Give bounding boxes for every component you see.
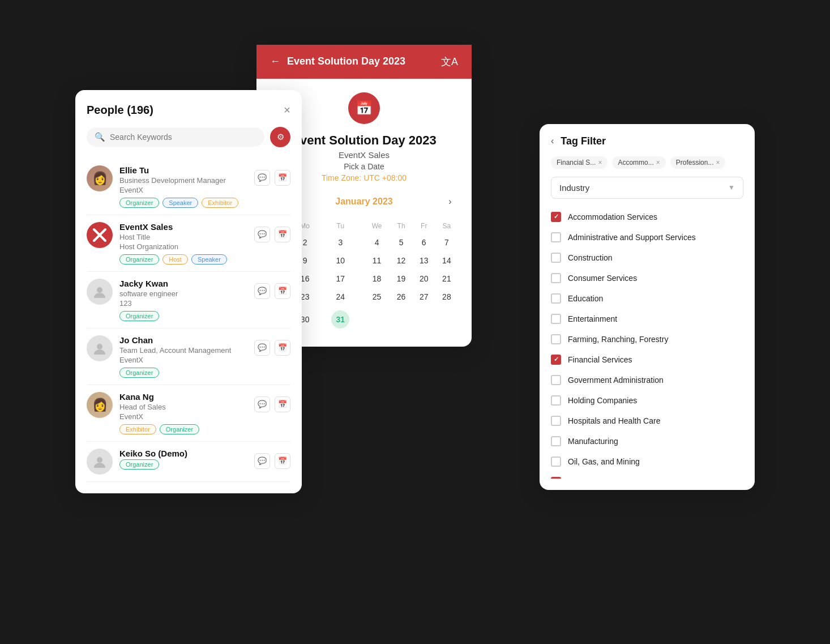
calendar-icon[interactable]: 📅 (275, 283, 290, 299)
tag-filter-back-button[interactable]: ‹ (551, 136, 554, 146)
filter-checkbox[interactable] (551, 355, 561, 365)
filter-checkbox[interactable] (551, 416, 561, 426)
filter-item[interactable]: Holding Companies (551, 390, 743, 411)
person-org: EventX (119, 356, 247, 364)
industry-label: Industry (559, 183, 589, 193)
filter-item[interactable]: Professional Services (551, 472, 743, 479)
filter-checkbox[interactable] (551, 273, 561, 283)
filter-item[interactable]: Construction (551, 248, 743, 268)
list-item[interactable]: Jacky Kwansoftware engineer123Organizer💬… (87, 272, 290, 329)
calendar-day[interactable]: 4 (364, 233, 390, 251)
message-icon[interactable]: 💬 (254, 340, 270, 356)
filter-item[interactable]: Oil, Gas, and Mining (551, 451, 743, 472)
close-button[interactable]: × (284, 104, 290, 116)
filter-item[interactable]: Farming, Ranching, Forestry (551, 329, 743, 349)
person-info: Jacky Kwansoftware engineer123Organizer (119, 279, 247, 321)
language-icon[interactable]: 文A (441, 55, 458, 69)
filter-item[interactable]: Government Administration (551, 370, 743, 390)
person-info: Kana NgHead of SalesEventXExhibitorOrgan… (119, 392, 247, 434)
calendar-icon[interactable]: 📅 (275, 170, 290, 186)
industry-select-wrapper: Industry ▼ (551, 177, 743, 199)
filter-item[interactable]: Consumer Services (551, 268, 743, 288)
active-tag-label: Profession... (676, 159, 714, 167)
filter-checkbox[interactable] (551, 232, 561, 242)
search-input[interactable] (110, 133, 256, 142)
filter-item[interactable]: Education (551, 288, 743, 309)
calendar-day[interactable]: 25 (364, 288, 390, 306)
active-tag-remove-icon[interactable]: × (598, 159, 602, 167)
filter-checkbox[interactable] (551, 395, 561, 406)
active-tag-remove-icon[interactable]: × (656, 159, 660, 167)
calendar-day[interactable]: 24 (317, 288, 363, 306)
message-icon[interactable]: 💬 (254, 170, 270, 186)
tag-organizer: Organizer (160, 424, 199, 434)
next-month-button[interactable]: › (442, 194, 458, 210)
person-name: EventX Sales (119, 222, 247, 232)
active-tag-remove-icon[interactable]: × (716, 159, 720, 167)
filter-checkbox[interactable] (551, 457, 561, 467)
filter-checkbox[interactable] (551, 436, 561, 446)
filter-checkbox[interactable] (551, 314, 561, 324)
message-icon[interactable]: 💬 (254, 283, 270, 299)
calendar-back-button[interactable]: ← (270, 56, 280, 67)
calendar-icon[interactable]: 📅 (275, 453, 290, 469)
list-item[interactable]: 👩Kana NgHead of SalesEventXExhibitorOrga… (87, 385, 290, 442)
filter-item[interactable]: Financial Services (551, 349, 743, 370)
active-tag[interactable]: Profession...× (670, 156, 726, 169)
list-item[interactable]: Keiko So (Demo)Organizer💬📅 (87, 442, 290, 482)
avatar (87, 279, 113, 305)
calendar-day[interactable]: 13 (413, 251, 435, 270)
calendar-day[interactable]: 19 (390, 270, 412, 288)
filter-item[interactable]: Accommodation Services (551, 207, 743, 227)
filter-item[interactable]: Entertainment (551, 309, 743, 329)
calendar-day[interactable]: 10 (317, 251, 363, 270)
calendar-day[interactable]: 27 (413, 288, 435, 306)
person-actions: 💬📅 (254, 453, 290, 469)
calendar-day[interactable]: 6 (413, 233, 435, 251)
tag-filter-header: ‹ Tag Filter (551, 135, 743, 147)
calendar-day[interactable]: 21 (435, 270, 458, 288)
filter-checkbox[interactable] (551, 375, 561, 385)
list-item[interactable]: EventX SalesHost TitleHost OrganizationO… (87, 215, 290, 272)
calendar-day[interactable]: 11 (364, 251, 390, 270)
message-icon[interactable]: 💬 (254, 453, 270, 469)
message-icon[interactable]: 💬 (254, 227, 270, 242)
calendar-day[interactable]: 31 (317, 306, 363, 333)
filter-checkbox[interactable] (551, 293, 561, 304)
active-tag[interactable]: Financial S...× (551, 156, 607, 169)
person-role: Business Development Manager (119, 176, 247, 185)
filter-item-label: Financial Services (568, 355, 632, 364)
active-tag[interactable]: Accommo...× (612, 156, 665, 169)
industry-select[interactable]: Industry ▼ (551, 177, 743, 199)
calendar-icon[interactable]: 📅 (275, 227, 290, 242)
filter-checkbox[interactable] (551, 477, 561, 479)
calendar-day[interactable]: 17 (317, 270, 363, 288)
filter-settings-button[interactable]: ⚙ (270, 127, 290, 147)
calendar-icon[interactable]: 📅 (275, 340, 290, 356)
weekday-header: Th (390, 219, 412, 233)
filter-item[interactable]: Manufacturing (551, 431, 743, 451)
calendar-day[interactable]: 18 (364, 270, 390, 288)
list-item[interactable]: Jo ChanTeam Lead, Account ManagementEven… (87, 329, 290, 385)
filter-checkbox[interactable] (551, 334, 561, 344)
calendar-day[interactable]: 3 (317, 233, 363, 251)
person-org: 123 (119, 299, 247, 308)
avatar-image: 👩 (92, 398, 108, 412)
list-item[interactable]: 👩Ellie TuBusiness Development ManagerEve… (87, 159, 290, 215)
calendar-day[interactable]: 7 (435, 233, 458, 251)
filter-item[interactable]: Hospitals and Health Care (551, 411, 743, 431)
filter-checkbox[interactable] (551, 212, 561, 222)
message-icon[interactable]: 💬 (254, 396, 270, 412)
calendar-day[interactable]: 14 (435, 251, 458, 270)
filter-checkbox[interactable] (551, 253, 561, 263)
calendar-day[interactable]: 5 (390, 233, 412, 251)
person-tags: OrganizerSpeakerExhibitor (119, 198, 247, 208)
calendar-day[interactable]: 12 (390, 251, 412, 270)
calendar-day[interactable]: 28 (435, 288, 458, 306)
calendar-header: ← Event Solution Day 2023 文A (256, 45, 472, 79)
calendar-icon[interactable]: 📅 (275, 396, 290, 412)
calendar-day[interactable]: 20 (413, 270, 435, 288)
calendar-day[interactable]: 26 (390, 288, 412, 306)
calendar-month: January 2023 (335, 197, 392, 207)
filter-item[interactable]: Administrative and Support Services (551, 227, 743, 248)
